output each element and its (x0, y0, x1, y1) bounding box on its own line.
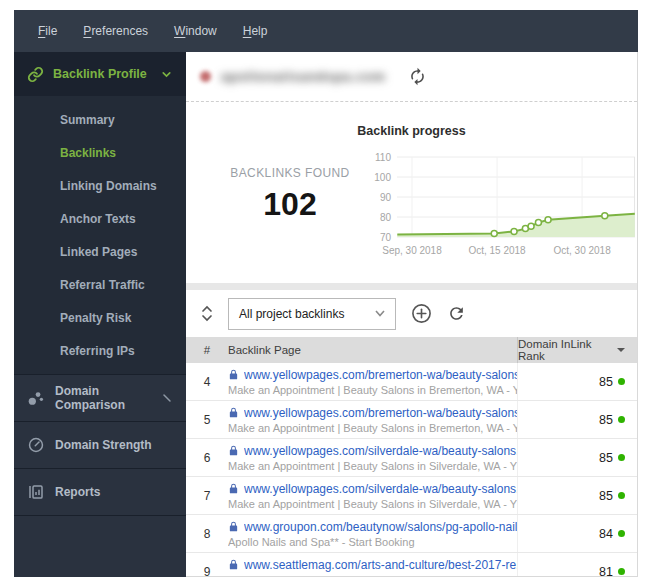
svg-text:90: 90 (380, 192, 392, 203)
sidebar-item-penalty-risk[interactable]: Penalty Risk (14, 302, 186, 335)
row-number: 4 (186, 375, 228, 389)
svg-text:70: 70 (380, 232, 392, 243)
sidebar-item-domain-strength[interactable]: Domain Strength (14, 421, 186, 468)
backlink-page-title: Make an Appointment | Beauty Salons in S… (228, 498, 517, 510)
chevron-down-icon (160, 68, 173, 81)
link-icon (27, 66, 44, 83)
column-header-num[interactable]: # (186, 344, 228, 356)
dropdown-value: All project backlinks (239, 307, 375, 321)
column-header-domain-inlink-rank[interactable]: Domain InLink Rank (517, 337, 637, 363)
table-row: 4www.yellowpages.com/bremerton-wa/beauty… (186, 363, 637, 401)
sidebar-item-anchor-texts[interactable]: Anchor Texts (14, 203, 186, 236)
row-number: 5 (186, 413, 228, 427)
rank-status-dot (618, 454, 625, 461)
chart-title: Backlink progress (186, 124, 637, 138)
sidebar-filler (14, 515, 186, 577)
sidebar-item-reports[interactable]: Reports (14, 468, 186, 515)
backlink-url-link[interactable]: www.seattlemag.com/arts-and-culture/best… (244, 558, 517, 572)
sidebar-item-referring-ips[interactable]: Referring IPs (14, 335, 186, 368)
chevron-down-icon (375, 310, 385, 317)
backlink-page-title: Make an Appointment | Beauty Salons in S… (228, 460, 517, 472)
domain-inlink-rank-cell: 85 (517, 363, 637, 400)
svg-text:110: 110 (375, 152, 391, 163)
menu-bar: FilePreferencesWindowHelp (14, 10, 638, 52)
table-row: 5www.yellowpages.com/bremerton-wa/beauty… (186, 401, 637, 439)
svg-text:Oct, 15 2018: Oct, 15 2018 (468, 245, 526, 256)
refresh-icon[interactable] (447, 304, 466, 323)
backlink-url-link[interactable]: www.groupon.com/beautynow/salons/pg-apol… (244, 520, 517, 534)
sync-icon[interactable] (408, 67, 427, 86)
svg-text:80: 80 (380, 212, 392, 223)
table-row: 6www.yellowpages.com/silverdale-wa/beaut… (186, 439, 637, 477)
lock-icon (228, 369, 239, 380)
rank-status-dot (618, 378, 625, 385)
rank-value: 85 (599, 413, 613, 427)
sidebar-item-summary[interactable]: Summary (14, 104, 186, 137)
table-toolbar: All project backlinks (186, 290, 637, 337)
backlink-page-title: Seattle Best of 2017 Readers' Choice Pol… (228, 574, 517, 577)
menu-item-preferences[interactable]: Preferences (83, 24, 148, 38)
sidebar-item-backlink-profile[interactable]: Backlink Profile (14, 52, 186, 96)
svg-text:Sep, 30 2018: Sep, 30 2018 (382, 245, 442, 256)
app-window: FilePreferencesWindowHelp Backlink Profi… (14, 10, 638, 577)
table-row: 8www.groupon.com/beautynow/salons/pg-apo… (186, 515, 637, 553)
menu-item-window[interactable]: Window (174, 24, 217, 38)
domain-inlink-rank-cell: 85 (517, 439, 637, 476)
domain-inlink-rank-cell: 84 (517, 515, 637, 552)
stat-value: 102 (192, 186, 388, 223)
menu-item-help[interactable]: Help (243, 24, 268, 38)
rank-status-dot (618, 530, 625, 537)
domain-inlink-rank-cell: 85 (517, 477, 637, 514)
rank-status-dot (618, 568, 625, 575)
rank-status-dot (618, 492, 625, 499)
expand-collapse-icon[interactable] (201, 305, 213, 322)
lock-icon (228, 483, 239, 494)
lock-icon (228, 407, 239, 418)
table-row: 9www.seattlemag.com/arts-and-culture/bes… (186, 553, 637, 576)
rank-value: 84 (599, 527, 613, 541)
backlink-url-link[interactable]: www.yellowpages.com/bremerton-wa/beauty-… (244, 406, 517, 420)
rank-value: 85 (599, 489, 613, 503)
backlink-progress-chart: 708090100110Sep, 30 2018Oct, 15 2018Oct,… (365, 147, 635, 277)
backlink-page-cell: www.groupon.com/beautynow/salons/pg-apol… (228, 520, 517, 548)
sidebar-section-label: Backlink Profile (53, 67, 147, 81)
backlinks-found-stat: BACKLINKS FOUND 102 (192, 166, 388, 223)
menu-item-file[interactable]: File (38, 24, 57, 38)
backlink-page-title: Make an Appointment | Beauty Salons in B… (228, 422, 517, 434)
backlink-url-link[interactable]: www.yellowpages.com/silverdale-wa/beauty… (244, 444, 517, 458)
row-number: 8 (186, 527, 228, 541)
backlink-url-link[interactable]: www.yellowpages.com/bremerton-wa/beauty-… (244, 368, 517, 382)
row-number: 9 (186, 565, 228, 577)
rank-value: 85 (599, 451, 613, 465)
rank-status-dot (618, 416, 625, 423)
gauge-icon (27, 436, 45, 454)
stat-label: BACKLINKS FOUND (192, 166, 388, 180)
backlinks-filter-dropdown[interactable]: All project backlinks (228, 298, 396, 330)
site-favicon (200, 71, 211, 82)
svg-text:100: 100 (374, 172, 391, 183)
report-icon (27, 483, 45, 501)
sidebar-item-domain-comparison[interactable]: Domain Comparison (14, 374, 186, 421)
domain-inlink-rank-cell: 85 (517, 401, 637, 438)
sidebar-sections: Domain ComparisonDomain StrengthReports (14, 374, 186, 577)
lock-icon (228, 559, 239, 570)
sidebar: Backlink Profile SummaryBacklinksLinking… (14, 52, 186, 577)
sidebar-item-linking-domains[interactable]: Linking Domains (14, 170, 186, 203)
sidebar-item-referral-traffic[interactable]: Referral Traffic (14, 269, 186, 302)
backlink-page-title: Make an Appointment | Beauty Salons in B… (228, 384, 517, 396)
lock-icon (228, 445, 239, 456)
table-header: # Backlink Page Domain InLink Rank (186, 337, 637, 363)
svg-text:Oct, 30 2018: Oct, 30 2018 (553, 245, 611, 256)
lock-icon (228, 521, 239, 532)
main-panel: apollonailsandspa.com Backlink progress … (186, 52, 638, 577)
chart-section: Backlink progress BACKLINKS FOUND 102 70… (186, 102, 637, 283)
column-header-backlink-page[interactable]: Backlink Page (228, 344, 517, 356)
add-backlink-icon[interactable] (411, 303, 432, 324)
backlink-profile-submenu: SummaryBacklinksLinking DomainsAnchor Te… (14, 96, 186, 374)
sidebar-item-backlinks[interactable]: Backlinks (14, 137, 186, 170)
sidebar-item-linked-pages[interactable]: Linked Pages (14, 236, 186, 269)
backlink-page-cell: www.yellowpages.com/bremerton-wa/beauty-… (228, 406, 517, 434)
backlink-url-link[interactable]: www.yellowpages.com/silverdale-wa/beauty… (244, 482, 517, 496)
bubbles-icon (27, 389, 45, 407)
section-splitter (186, 283, 637, 290)
